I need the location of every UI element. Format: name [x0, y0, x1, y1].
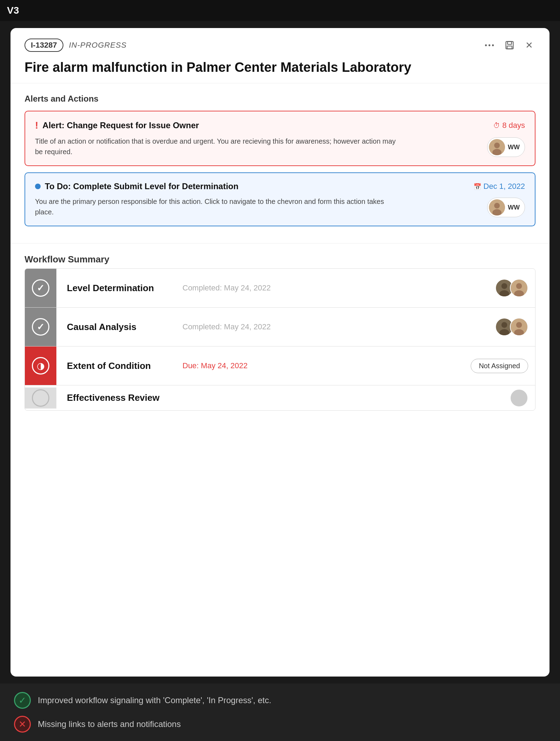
avatar-img-urgent [489, 139, 505, 155]
check-icon-1 [37, 283, 44, 294]
avatar-1b [510, 279, 528, 297]
main-card: I-13287 IN-PROGRESS Fire alarm malfuncti… [11, 28, 549, 677]
step-status-causal-analysis: Completed: May 24, 2022 [182, 322, 485, 331]
alert-body-text-urgent: Title of an action or notification that … [35, 136, 402, 157]
todo-dot-icon [35, 184, 41, 189]
workflow-row-causal-analysis[interactable]: Causal Analysis Completed: May 24, 2022 [25, 308, 535, 347]
alert-title-urgent: Alert: Change Request for Issue Owner [42, 121, 199, 130]
alert-meta-todo: Dec 1, 2022 [473, 182, 525, 191]
alert-days: 8 days [502, 121, 525, 130]
feedback-item-success: ✓ Improved workflow signaling with 'Comp… [14, 692, 546, 709]
alert-card-urgent-header: ! Alert: Change Request for Issue Owner … [35, 120, 525, 131]
feedback-text-error: Missing links to alerts and notification… [38, 719, 181, 729]
svg-point-19 [516, 322, 522, 328]
alert-title-row-urgent: ! Alert: Change Request for Issue Owner [35, 120, 199, 131]
step-indicator-level-determination [25, 269, 56, 307]
step-avatars-extent-of-condition: Not Assigned [471, 359, 535, 373]
card-actions [484, 39, 535, 52]
alert-title-row-todo: To Do: Complete Submit Level for Determi… [35, 181, 238, 191]
workflow-table: Level Determination Completed: May 24, 2… [25, 268, 535, 411]
svg-point-10 [502, 283, 507, 289]
feedback-item-error: ✕ Missing links to alerts and notificati… [14, 716, 546, 733]
alert-card-urgent[interactable]: ! Alert: Change Request for Issue Owner … [25, 111, 535, 166]
svg-rect-1 [507, 42, 512, 44]
step-name-level-determination: Level Determination [67, 283, 172, 294]
urgent-icon: ! [35, 120, 38, 131]
card-header-left: I-13287 IN-PROGRESS [25, 39, 127, 52]
step-content-extent-of-condition: Extent of Condition Due: May 24, 2022 [56, 354, 471, 378]
step-name-causal-analysis: Causal Analysis [67, 322, 172, 332]
top-bar: V3 [0, 0, 560, 21]
step-name-extent-of-condition: Extent of Condition [67, 361, 172, 371]
workflow-section: Workflow Summary Level Determination Com… [11, 243, 549, 677]
svg-rect-2 [507, 46, 512, 49]
avatar-2b [510, 318, 528, 336]
step-icon-effectiveness-review [32, 389, 49, 407]
feedback-text-success: Improved workflow signaling with 'Comple… [38, 695, 271, 705]
svg-point-13 [516, 283, 522, 289]
alert-date: Dec 1, 2022 [483, 182, 525, 191]
step-indicator-causal-analysis [25, 308, 56, 346]
step-content-causal-analysis: Causal Analysis Completed: May 24, 2022 [56, 315, 495, 339]
workflow-row-effectiveness-review[interactable]: Effectiveness Review [25, 385, 535, 410]
svg-point-7 [494, 203, 500, 208]
alerts-section-title: Alerts and Actions [25, 94, 535, 104]
step-content-effectiveness-review: Effectiveness Review [56, 385, 510, 410]
close-button[interactable] [523, 39, 535, 52]
not-assigned-badge[interactable]: Not Assigned [471, 359, 528, 373]
save-button[interactable] [503, 39, 516, 52]
alert-body-todo: You are the primary person responsible f… [35, 196, 525, 217]
step-name-effectiveness-review: Effectiveness Review [67, 392, 172, 403]
feedback-bar: ✓ Improved workflow signaling with 'Comp… [0, 684, 560, 741]
step-indicator-extent-of-condition [25, 347, 56, 385]
alert-meta-urgent: 8 days [493, 121, 525, 130]
half-circle-icon [37, 361, 45, 371]
card-header-top: I-13287 IN-PROGRESS [25, 39, 535, 52]
alert-body-text-todo: You are the primary person responsible f… [35, 196, 402, 217]
avatar-badge-urgent: WW [487, 137, 525, 157]
step-check-causal-analysis [32, 318, 49, 336]
step-check-level-determination [32, 279, 49, 297]
avatar-initials-urgent: WW [508, 144, 520, 151]
avatar-img-todo [489, 199, 505, 215]
svg-point-16 [502, 322, 507, 328]
avatar-stack-1 [495, 279, 528, 297]
card-title: Fire alarm malfunction in Palmer Center … [25, 59, 535, 76]
workflow-section-title: Workflow Summary [25, 254, 535, 265]
alert-card-todo[interactable]: To Do: Complete Submit Level for Determi… [25, 172, 535, 226]
step-status-extent-of-condition: Due: May 24, 2022 [182, 361, 460, 370]
alerts-section: Alerts and Actions ! Alert: Change Reque… [11, 83, 549, 243]
step-avatars-level-determination [495, 279, 535, 297]
avatar-badge-todo: WW [487, 198, 525, 217]
step-content-level-determination: Level Determination Completed: May 24, 2… [56, 276, 495, 301]
alert-card-todo-header: To Do: Complete Submit Level for Determi… [35, 181, 525, 191]
version-label: V3 [7, 5, 19, 16]
more-options-button[interactable] [484, 39, 496, 52]
svg-point-4 [494, 143, 500, 148]
avatar-initials-todo: WW [508, 204, 520, 211]
avatar-effectiveness [510, 389, 528, 407]
workflow-row-level-determination[interactable]: Level Determination Completed: May 24, 2… [25, 269, 535, 308]
step-avatars-effectiveness-review [510, 389, 535, 407]
step-check-extent-of-condition [32, 357, 49, 375]
workflow-row-extent-of-condition[interactable]: Extent of Condition Due: May 24, 2022 No… [25, 347, 535, 385]
check-icon-2 [37, 322, 44, 332]
alert-body-urgent: Title of an action or notification that … [35, 136, 525, 157]
issue-id-badge: I-13287 [25, 39, 63, 52]
calendar-icon [473, 182, 481, 191]
avatar-stack-2 [495, 318, 528, 336]
status-label: IN-PROGRESS [69, 41, 127, 50]
clock-icon [493, 121, 500, 130]
feedback-error-icon: ✕ [14, 716, 31, 733]
alert-title-todo: To Do: Complete Submit Level for Determi… [45, 181, 238, 191]
card-header: I-13287 IN-PROGRESS Fire alarm malfuncti… [11, 28, 549, 83]
step-avatars-causal-analysis [495, 318, 535, 336]
feedback-success-icon: ✓ [14, 692, 31, 709]
step-indicator-effectiveness-review [25, 387, 56, 409]
step-status-level-determination: Completed: May 24, 2022 [182, 283, 485, 293]
